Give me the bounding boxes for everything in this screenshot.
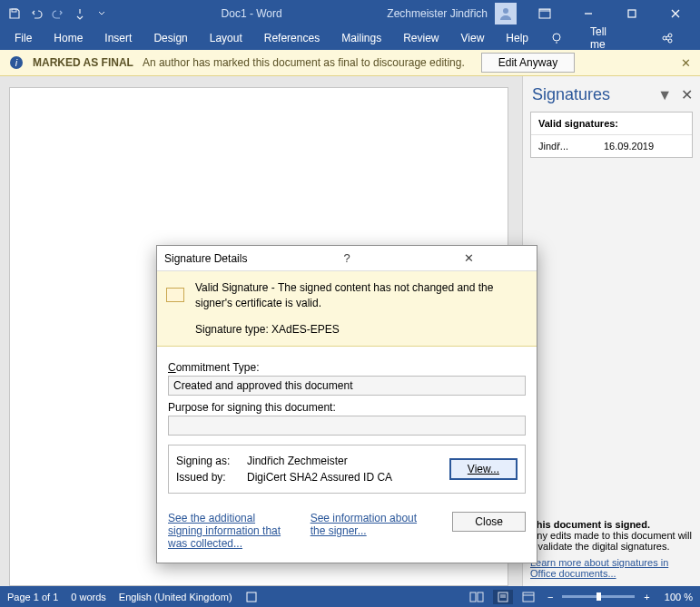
valid-signature-msg: Valid Signature - The signed content has…	[195, 280, 527, 311]
signed-message: Any edits made to this document will inv…	[530, 530, 692, 552]
save-icon[interactable]	[5, 5, 24, 23]
zoom-in-button[interactable]: +	[640, 592, 653, 602]
dialog-titlebar[interactable]: Signature Details ? ✕	[157, 246, 537, 271]
share-icon	[650, 26, 685, 50]
print-layout-icon[interactable]	[493, 590, 513, 604]
accessibility-icon[interactable]	[245, 591, 258, 603]
info-icon: i	[9, 55, 24, 70]
signed-heading: This document is signed.	[530, 519, 650, 530]
marked-final-msg: An author has marked this document as fi…	[143, 56, 465, 69]
share-label[interactable]: Share	[690, 26, 700, 50]
read-mode-icon[interactable]	[466, 590, 488, 604]
qat-dropdown-icon[interactable]	[93, 5, 111, 23]
pane-close-icon[interactable]: ✕	[681, 86, 693, 103]
quick-access-toolbar	[0, 5, 116, 23]
page-indicator[interactable]: Page 1 of 1	[7, 592, 58, 602]
info-bar-close-icon[interactable]: ✕	[681, 56, 691, 70]
svg-rect-15	[478, 592, 483, 602]
valid-signatures-box: Valid signatures: Jindř... 16.09.2019	[530, 112, 693, 158]
dialog-close-icon[interactable]: ✕	[408, 251, 529, 265]
purpose-field	[168, 416, 526, 436]
signature-status-footer: This document is signed. Any edits made …	[530, 519, 693, 579]
tell-me-label[interactable]: Tell me	[579, 26, 617, 50]
status-bar: Page 1 of 1 0 words English (United King…	[0, 586, 700, 607]
signer-name: Jindř...	[538, 141, 593, 152]
signer-info-link[interactable]: See information about the signer...	[311, 512, 435, 550]
title-bar: Doc1 - Word Zechmeister Jindřich	[0, 0, 700, 26]
additional-info-link[interactable]: See the additional signing information t…	[168, 512, 292, 550]
signatures-pane-title: Signatures	[532, 85, 657, 104]
user-avatar-icon[interactable]	[495, 3, 517, 24]
tab-review[interactable]: Review	[392, 26, 449, 50]
edit-anyway-button[interactable]: Edit Anyway	[481, 53, 575, 73]
signature-details-dialog: Signature Details ? ✕ Valid Signature - …	[156, 245, 537, 563]
marked-final-bar: i MARKED AS FINAL An author has marked t…	[0, 50, 700, 76]
signature-status-icon	[166, 288, 184, 302]
svg-rect-14	[470, 592, 476, 602]
tab-references[interactable]: References	[253, 26, 330, 50]
svg-rect-0	[12, 9, 16, 12]
close-button[interactable]	[655, 0, 696, 26]
redo-icon[interactable]	[49, 5, 67, 23]
window-title: Doc1 - Word	[116, 7, 387, 20]
signing-as-value: Jindřich Zechmeister	[247, 455, 348, 467]
minimize-button[interactable]	[567, 0, 609, 26]
tab-mailings[interactable]: Mailings	[330, 26, 392, 50]
signature-type-value: XAdES-EPES	[271, 323, 340, 336]
learn-more-link[interactable]: Learn more about signatures in Office do…	[530, 557, 693, 579]
issued-by-label: Issued by:	[176, 469, 247, 485]
zoom-level[interactable]: 100 %	[665, 592, 693, 602]
lightbulb-icon	[539, 26, 574, 50]
word-count[interactable]: 0 words	[71, 592, 106, 602]
dialog-close-button[interactable]: Close	[452, 512, 526, 532]
view-certificate-button[interactable]: View...	[449, 458, 518, 480]
svg-point-10	[668, 39, 672, 43]
svg-rect-5	[628, 10, 636, 17]
zoom-slider[interactable]	[562, 595, 635, 598]
touch-mode-icon[interactable]	[71, 5, 89, 23]
web-layout-icon[interactable]	[518, 590, 538, 604]
svg-rect-19	[523, 592, 534, 602]
signature-row[interactable]: Jindř... 16.09.2019	[531, 135, 692, 157]
certificate-box: Signing as:Jindřich Zechmeister Issued b…	[168, 445, 526, 494]
commitment-type-field: Created and approved this document	[168, 376, 526, 396]
ribbon-tabs: File Home Insert Design Layout Reference…	[0, 26, 700, 50]
issued-by-value: DigiCert SHA2 Assured ID CA	[247, 471, 392, 484]
signature-type-label: Signature type:	[195, 323, 271, 336]
valid-signatures-header: Valid signatures:	[531, 113, 692, 135]
undo-icon[interactable]	[27, 5, 45, 23]
signatures-pane: Signatures ▼ ✕ Valid signatures: Jindř..…	[522, 76, 700, 586]
maximize-button[interactable]	[611, 0, 653, 26]
commitment-type-label: Commitment Type:	[168, 361, 526, 374]
tab-layout[interactable]: Layout	[199, 26, 253, 50]
svg-rect-13	[247, 592, 256, 602]
signing-as-label: Signing as:	[176, 453, 247, 469]
zoom-out-button[interactable]: −	[544, 592, 557, 602]
purpose-label: Purpose for signing this document:	[168, 401, 526, 414]
marked-final-label: MARKED AS FINAL	[33, 56, 133, 69]
tab-help[interactable]: Help	[495, 26, 539, 50]
svg-rect-3	[539, 9, 550, 12]
tab-design[interactable]: Design	[143, 26, 198, 50]
language-indicator[interactable]: English (United Kingdom)	[119, 592, 232, 602]
svg-point-6	[553, 34, 560, 41]
svg-point-9	[668, 34, 672, 37]
dialog-info-banner: Valid Signature - The signed content has…	[157, 271, 537, 347]
svg-point-1	[503, 8, 508, 14]
signature-date: 16.09.2019	[604, 141, 654, 152]
signature-type-row: Signature type: XAdES-EPES	[195, 322, 527, 338]
tab-view[interactable]: View	[450, 26, 496, 50]
dialog-help-icon[interactable]: ?	[286, 251, 408, 265]
dialog-title: Signature Details	[164, 252, 286, 265]
user-name: Zechmeister Jindřich	[387, 7, 488, 20]
tab-file[interactable]: File	[4, 26, 43, 50]
tab-home[interactable]: Home	[43, 26, 94, 50]
ribbon-options-icon[interactable]	[524, 0, 566, 26]
pane-options-icon[interactable]: ▼	[657, 87, 672, 103]
tab-insert[interactable]: Insert	[94, 26, 143, 50]
